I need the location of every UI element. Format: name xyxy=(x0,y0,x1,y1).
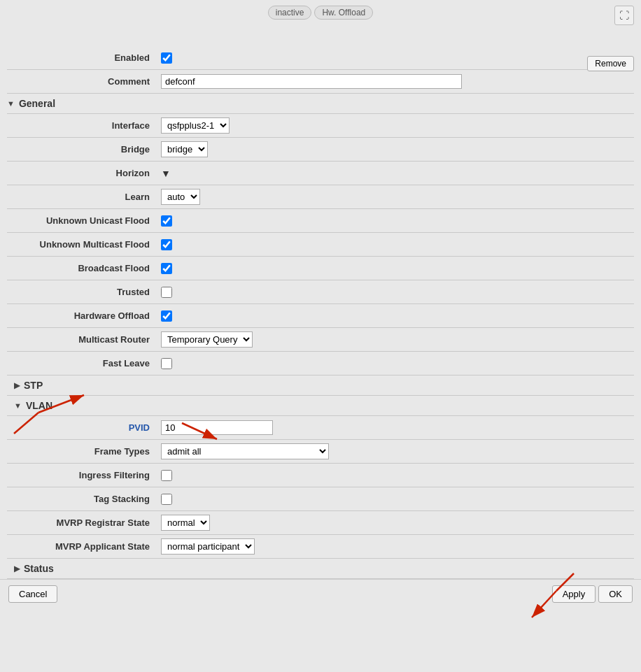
comment-row: Comment xyxy=(7,70,634,94)
ingress-filtering-checkbox[interactable] xyxy=(161,470,172,481)
trusted-value xyxy=(161,287,634,298)
fast-leave-row: Fast Leave xyxy=(7,352,634,376)
unknown-unicast-flood-checkbox[interactable] xyxy=(161,215,172,227)
unknown-unicast-flood-label: Unknown Unicast Flood xyxy=(7,215,161,226)
horizon-row: Horizon ▼ xyxy=(7,162,634,185)
ingress-filtering-row: Ingress Filtering xyxy=(7,464,634,487)
interface-label: Interface xyxy=(7,120,161,131)
frame-types-label: Frame Types xyxy=(7,446,161,457)
main-container: inactive Hw. Offload ⛶ Remove Enabled Co… xyxy=(0,0,641,672)
bottom-buttons: Cancel Apply OK xyxy=(0,579,641,608)
pvid-row: PVID xyxy=(7,416,634,440)
learn-label: Learn xyxy=(7,192,161,202)
interface-select[interactable]: qsfpplus2-1 xyxy=(161,117,230,134)
tag-stacking-checkbox[interactable] xyxy=(161,494,172,505)
mvrp-registrar-state-value: normal xyxy=(161,515,634,531)
status-expand-arrow: ▶ xyxy=(14,564,20,573)
ingress-filtering-value xyxy=(161,470,634,481)
unknown-multicast-flood-checkbox[interactable] xyxy=(161,239,172,250)
remove-row: Remove xyxy=(0,25,641,46)
bridge-value: bridge xyxy=(161,141,634,157)
general-collapse-arrow: ▼ xyxy=(7,99,15,108)
status-section-header[interactable]: ▶ Status xyxy=(7,559,634,579)
remove-button[interactable]: Remove xyxy=(587,56,634,71)
horizon-value: ▼ xyxy=(161,168,634,179)
enabled-label: Enabled xyxy=(7,52,161,63)
trusted-checkbox[interactable] xyxy=(161,287,172,298)
cancel-button[interactable]: Cancel xyxy=(8,585,57,603)
fast-leave-value xyxy=(161,358,634,369)
bridge-row: Bridge bridge xyxy=(7,138,634,162)
fast-leave-checkbox[interactable] xyxy=(161,358,172,369)
right-buttons: Apply OK xyxy=(552,585,633,603)
enabled-row: Enabled xyxy=(7,46,634,70)
comment-input[interactable] xyxy=(161,74,462,89)
broadcast-flood-label: Broadcast Flood xyxy=(7,263,161,273)
broadcast-flood-row: Broadcast Flood xyxy=(7,257,634,280)
bridge-select[interactable]: bridge xyxy=(161,141,208,157)
broadcast-flood-value xyxy=(161,263,634,274)
unknown-unicast-flood-row: Unknown Unicast Flood xyxy=(7,209,634,233)
trusted-label: Trusted xyxy=(7,287,161,297)
apply-button[interactable]: Apply xyxy=(552,585,596,603)
learn-value: auto xyxy=(161,189,634,205)
stp-section-label: STP xyxy=(24,380,43,391)
hw-offload-badge: Hw. Offload xyxy=(314,6,373,20)
general-section-label: General xyxy=(19,98,55,109)
mvrp-applicant-state-value: normal participant xyxy=(161,538,634,555)
multicast-router-row: Multicast Router Temporary Query xyxy=(7,328,634,352)
mvrp-applicant-state-select[interactable]: normal participant xyxy=(161,538,255,555)
tag-stacking-row: Tag Stacking xyxy=(7,487,634,511)
ingress-filtering-label: Ingress Filtering xyxy=(7,470,161,480)
multicast-router-label: Multicast Router xyxy=(7,334,161,345)
pvid-value xyxy=(161,420,634,435)
trusted-row: Trusted xyxy=(7,280,634,304)
tag-stacking-value xyxy=(161,494,634,505)
frame-types-select[interactable]: admit all xyxy=(161,443,329,459)
unknown-multicast-flood-value xyxy=(161,239,634,250)
frame-types-row: Frame Types admit all xyxy=(7,440,634,464)
status-section-label: Status xyxy=(24,563,54,574)
hardware-offload-value xyxy=(161,310,634,322)
unknown-unicast-flood-value xyxy=(161,215,634,227)
pvid-input[interactable] xyxy=(161,420,273,435)
form-area: Enabled Comment ▼ General Interface qsfp… xyxy=(0,46,641,579)
general-section-header[interactable]: ▼ General xyxy=(7,94,634,114)
multicast-router-value: Temporary Query xyxy=(161,331,634,348)
multicast-router-select[interactable]: Temporary Query xyxy=(161,331,253,348)
stp-section-header[interactable]: ▶ STP xyxy=(7,376,634,396)
fullscreen-icon: ⛶ xyxy=(619,10,629,21)
fast-leave-label: Fast Leave xyxy=(7,358,161,369)
unknown-multicast-flood-label: Unknown Multicast Flood xyxy=(7,239,161,250)
comment-label: Comment xyxy=(7,76,161,87)
mvrp-registrar-state-label: MVRP Registrar State xyxy=(7,517,161,528)
vlan-collapse-arrow: ▼ xyxy=(14,401,22,410)
mvrp-applicant-state-label: MVRP Applicant State xyxy=(7,541,161,552)
broadcast-flood-checkbox[interactable] xyxy=(161,263,172,274)
enabled-value xyxy=(161,52,634,64)
comment-value xyxy=(161,74,634,89)
learn-row: Learn auto xyxy=(7,185,634,209)
mvrp-registrar-state-row: MVRP Registrar State normal xyxy=(7,511,634,535)
unknown-multicast-flood-row: Unknown Multicast Flood xyxy=(7,233,634,257)
hardware-offload-checkbox[interactable] xyxy=(161,310,172,322)
learn-select[interactable]: auto xyxy=(161,189,200,205)
frame-types-value: admit all xyxy=(161,443,634,459)
mvrp-applicant-state-row: MVRP Applicant State normal participant xyxy=(7,535,634,559)
vlan-section-header[interactable]: ▼ VLAN xyxy=(7,396,634,416)
mvrp-registrar-state-select[interactable]: normal xyxy=(161,515,210,531)
enabled-checkbox[interactable] xyxy=(161,52,172,64)
hardware-offload-row: Hardware Offload xyxy=(7,304,634,328)
interface-value: qsfpplus2-1 xyxy=(161,117,634,134)
hardware-offload-label: Hardware Offload xyxy=(7,310,161,321)
horizon-dropdown-arrow[interactable]: ▼ xyxy=(161,168,171,179)
horizon-label: Horizon xyxy=(7,168,161,178)
top-bar: inactive Hw. Offload ⛶ xyxy=(0,0,641,25)
fullscreen-button[interactable]: ⛶ xyxy=(614,6,634,25)
pvid-label: PVID xyxy=(7,422,161,433)
bridge-label: Bridge xyxy=(7,144,161,155)
interface-row: Interface qsfpplus2-1 xyxy=(7,114,634,138)
ok-button[interactable]: OK xyxy=(598,585,633,603)
tag-stacking-label: Tag Stacking xyxy=(7,494,161,504)
stp-expand-arrow: ▶ xyxy=(14,381,20,390)
